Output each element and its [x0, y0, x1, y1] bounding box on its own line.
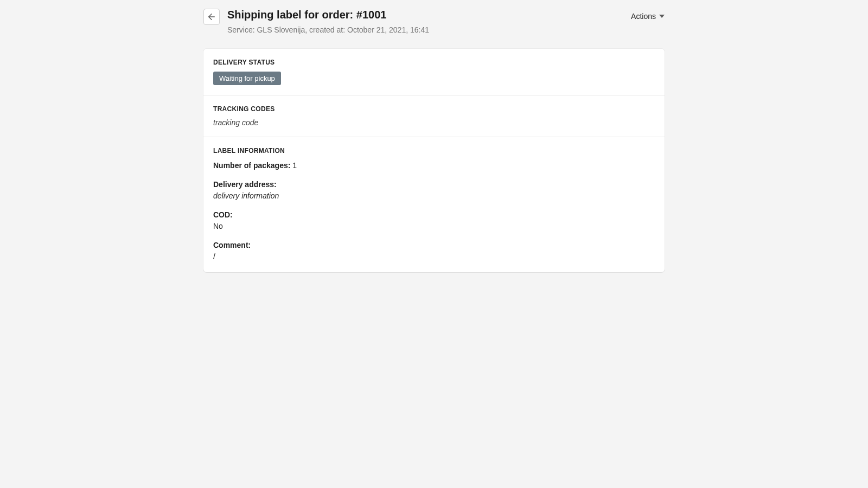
packages-value: 1: [292, 161, 297, 170]
tracking-codes-heading: TRACKING CODES: [213, 105, 655, 113]
label-information-heading: LABEL INFORMATION: [213, 147, 655, 155]
actions-dropdown[interactable]: Actions: [631, 12, 665, 21]
cod-row: COD: No: [213, 209, 655, 232]
tracking-code-value: tracking code: [213, 118, 655, 127]
label-information-section: LABEL INFORMATION Number of packages: 1 …: [203, 137, 665, 272]
back-button[interactable]: [203, 9, 220, 25]
page-title: Shipping label for order: #1001: [227, 8, 631, 22]
packages-label: Number of packages:: [213, 161, 292, 170]
comment-row: Comment: /: [213, 240, 655, 262]
page-subtitle: Service: GLS Slovenija, created at: Octo…: [227, 25, 631, 36]
address-value: delivery information: [213, 190, 655, 202]
tracking-codes-section: TRACKING CODES tracking code: [203, 95, 665, 137]
cod-label: COD:: [213, 209, 655, 221]
caret-down-icon: [659, 14, 665, 19]
packages-row: Number of packages: 1: [213, 160, 655, 171]
actions-label: Actions: [631, 12, 656, 21]
comment-value: /: [213, 251, 655, 262]
address-label: Delivery address:: [213, 179, 655, 190]
header-text-block: Shipping label for order: #1001 Service:…: [227, 8, 631, 36]
delivery-status-section: DELIVERY STATUS Waiting for pickup: [203, 49, 665, 95]
status-badge: Waiting for pickup: [213, 72, 281, 85]
address-row: Delivery address: delivery information: [213, 179, 655, 202]
page-header: Shipping label for order: #1001 Service:…: [203, 8, 665, 36]
details-card: DELIVERY STATUS Waiting for pickup TRACK…: [203, 49, 665, 272]
cod-value: No: [213, 221, 655, 232]
comment-label: Comment:: [213, 240, 655, 251]
delivery-status-heading: DELIVERY STATUS: [213, 59, 655, 66]
arrow-left-icon: [207, 12, 216, 22]
